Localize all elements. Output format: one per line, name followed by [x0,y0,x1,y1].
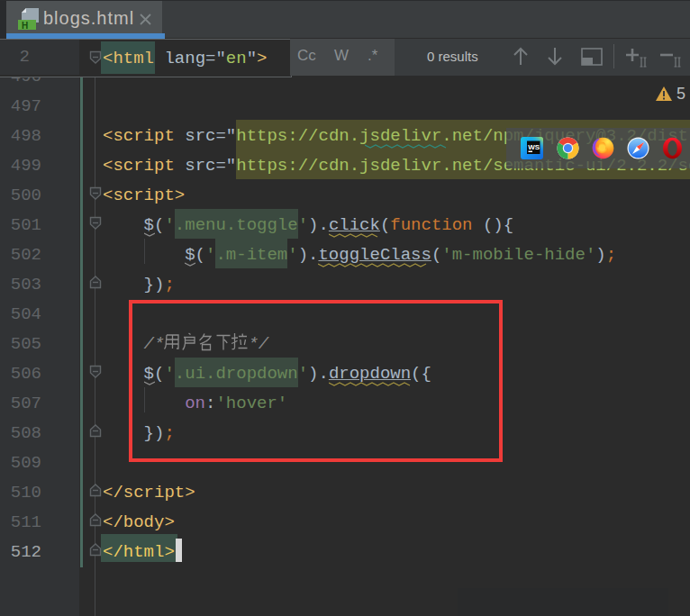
svg-text:WS: WS [528,143,540,151]
svg-text:H: H [22,21,28,31]
